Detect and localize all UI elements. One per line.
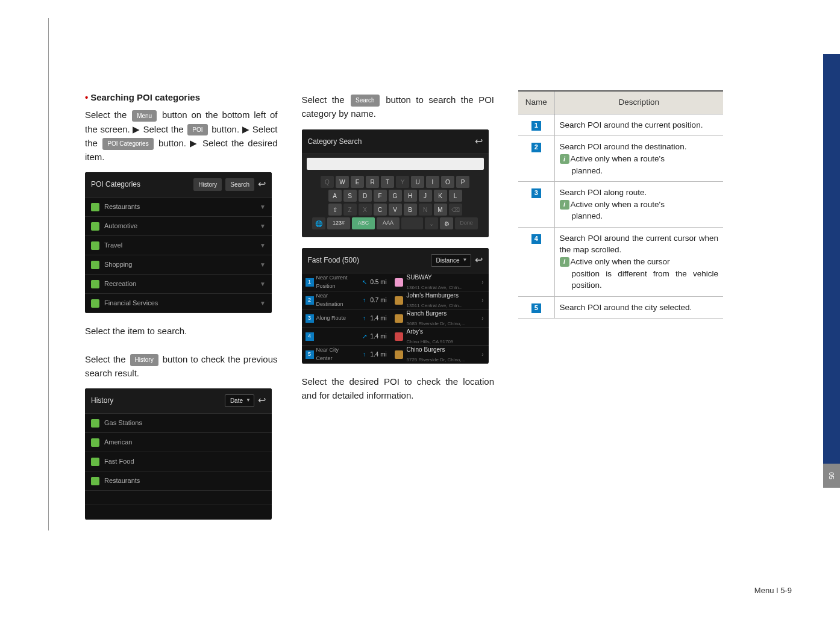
poi-button-chip: POI bbox=[187, 124, 207, 136]
direction-icon: ↑ bbox=[359, 350, 371, 359]
list-item[interactable]: Automotive▼ bbox=[85, 217, 272, 236]
kb-key[interactable]: F bbox=[374, 190, 387, 202]
kb-key[interactable]: M bbox=[434, 204, 447, 216]
kb-key[interactable]: X bbox=[359, 204, 372, 216]
info-icon: i bbox=[560, 154, 569, 164]
kb-gear-key[interactable]: ⚙ bbox=[440, 217, 453, 229]
bullet-icon: • bbox=[85, 92, 88, 102]
table-header-name: Name bbox=[518, 91, 554, 114]
screenshot-poi-categories: POI Categories History Search ↩ Restaura… bbox=[85, 172, 272, 313]
chevron-right-icon: › bbox=[477, 278, 488, 287]
screenshot-history: History Date ↩ Gas Stations American Fas… bbox=[85, 388, 272, 520]
table-row: 5 Search POI around the city selected. bbox=[518, 296, 723, 319]
list-item[interactable]: American bbox=[85, 433, 272, 452]
row-number-badge: 1 bbox=[531, 121, 541, 131]
kb-key[interactable]: Z bbox=[343, 204, 357, 216]
kb-key[interactable]: J bbox=[419, 190, 432, 202]
poi-icon bbox=[395, 314, 403, 323]
back-icon[interactable]: ↩ bbox=[258, 177, 266, 192]
result-row[interactable]: 1 Near Current Position ↖ 0.5 mi SUBWAY1… bbox=[302, 273, 489, 291]
kb-key[interactable]: R bbox=[366, 176, 379, 188]
list-item[interactable]: Gas Stations bbox=[85, 414, 272, 433]
kb-key[interactable]: A bbox=[328, 190, 342, 202]
kb-key[interactable]: Y bbox=[396, 176, 409, 188]
row-number-badge: 2 bbox=[531, 143, 541, 152]
history-button-chip: History bbox=[130, 354, 158, 366]
col2-para2: Select the desired POI to check the loca… bbox=[302, 375, 495, 403]
chevron-right-icon: › bbox=[477, 350, 488, 359]
kb-key[interactable]: Q bbox=[321, 176, 334, 188]
kb-key[interactable]: B bbox=[404, 204, 417, 216]
kb-key[interactable]: T bbox=[381, 176, 394, 188]
kb-lang-key[interactable]: 🌐 bbox=[312, 217, 325, 229]
result-row[interactable]: 2 Near Destination ↑ 0.7 mi John's Hambu… bbox=[302, 291, 489, 310]
poi-icon bbox=[395, 296, 403, 305]
row-badge: 1 bbox=[306, 278, 314, 287]
kb-key[interactable]: S bbox=[343, 190, 357, 202]
kb-accent-key[interactable]: ÀÁÂ bbox=[377, 217, 400, 229]
row-number-badge: 4 bbox=[531, 234, 541, 244]
ss-cat-search-button[interactable]: Search bbox=[225, 178, 254, 191]
kb-key[interactable]: I bbox=[426, 176, 439, 188]
kb-key[interactable]: W bbox=[336, 176, 349, 188]
kb-key[interactable]: V bbox=[389, 204, 402, 216]
ss-history-sort-dropdown[interactable]: Date bbox=[225, 394, 254, 408]
section-heading: •Searching POI categories bbox=[85, 90, 278, 104]
kb-key[interactable]: K bbox=[434, 190, 447, 202]
ss-results-sort-dropdown[interactable]: Distance bbox=[431, 254, 471, 267]
table-row: 1 Search POI around the current position… bbox=[518, 114, 723, 136]
ss-cat-history-button[interactable]: History bbox=[193, 178, 222, 191]
result-row[interactable]: 5 Near City Center ↑ 1.4 mi Chino Burger… bbox=[302, 346, 489, 364]
list-item[interactable]: Travel▼ bbox=[85, 236, 272, 255]
col1-para1: Select the Menu button on the bottom lef… bbox=[85, 108, 278, 164]
kb-key[interactable]: H bbox=[404, 190, 417, 202]
kb-key[interactable]: G bbox=[389, 190, 402, 202]
back-icon[interactable]: ↩ bbox=[258, 393, 266, 408]
list-item[interactable]: Financial Services▼ bbox=[85, 294, 272, 313]
col2-para1: Select the Search button to search the P… bbox=[302, 93, 495, 121]
direction-icon: ↑ bbox=[359, 314, 371, 323]
poi-icon bbox=[395, 350, 403, 359]
kb-key[interactable]: E bbox=[351, 176, 364, 188]
kb-key[interactable]: C bbox=[374, 204, 387, 216]
list-item[interactable]: Restaurants▼ bbox=[85, 198, 272, 217]
description-table: Name Description 1 Search POI around the… bbox=[518, 90, 723, 319]
screenshot-fast-food-results: Fast Food (500) Distance ↩ 1 Near Curren… bbox=[302, 248, 489, 364]
kb-abc-key[interactable]: ABC bbox=[352, 217, 375, 229]
direction-icon: ↖ bbox=[359, 278, 371, 287]
info-icon: i bbox=[560, 200, 569, 210]
kb-key[interactable]: L bbox=[449, 190, 462, 202]
ss-history-title: History bbox=[91, 395, 113, 406]
kb-key[interactable]: O bbox=[441, 176, 454, 188]
list-item[interactable]: Shopping▼ bbox=[85, 255, 272, 275]
poi-categories-button-chip: POI Categories bbox=[102, 138, 153, 150]
list-item[interactable]: Restaurants bbox=[85, 471, 272, 491]
direction-icon: ↑ bbox=[359, 296, 371, 305]
side-tab-chapter: 05 bbox=[823, 464, 840, 488]
kb-hide-key[interactable]: ⌄ bbox=[425, 217, 438, 229]
list-item[interactable]: Recreation▼ bbox=[85, 275, 272, 294]
kb-shift-key[interactable]: ⇧ bbox=[328, 204, 342, 216]
poi-icon bbox=[395, 278, 403, 287]
page-footer: Menu I 5-9 bbox=[754, 586, 792, 595]
kb-num-key[interactable]: 123# bbox=[327, 217, 350, 229]
kb-key[interactable]: U bbox=[411, 176, 424, 188]
kb-space-key[interactable] bbox=[401, 217, 423, 229]
kb-key[interactable]: N bbox=[419, 204, 432, 216]
table-row: 3 Search POI along route. iActive only w… bbox=[518, 182, 723, 228]
kb-key[interactable]: D bbox=[359, 190, 372, 202]
search-input[interactable] bbox=[307, 158, 484, 170]
back-icon[interactable]: ↩ bbox=[475, 253, 483, 268]
list-item[interactable]: Fast Food bbox=[85, 452, 272, 471]
poi-icon bbox=[395, 332, 403, 341]
column-1: •Searching POI categories Select the Men… bbox=[85, 18, 278, 530]
table-row: 4 Search POI around the current cursor w… bbox=[518, 227, 723, 296]
back-icon[interactable]: ↩ bbox=[475, 134, 483, 149]
kb-done-key[interactable]: Done bbox=[455, 217, 478, 229]
kb-key[interactable]: P bbox=[456, 176, 469, 188]
result-row[interactable]: 4 ↗ 1.4 mi Arby'sChino Hills, CA 91709 bbox=[302, 328, 489, 346]
heading-text: Searching POI categories bbox=[90, 92, 200, 102]
kb-delete-key[interactable]: ⌫ bbox=[449, 204, 462, 216]
result-row[interactable]: 3 Along Route ↑ 1.4 mi Ranch Burgers5685… bbox=[302, 310, 489, 328]
row-number-badge: 5 bbox=[531, 303, 541, 313]
